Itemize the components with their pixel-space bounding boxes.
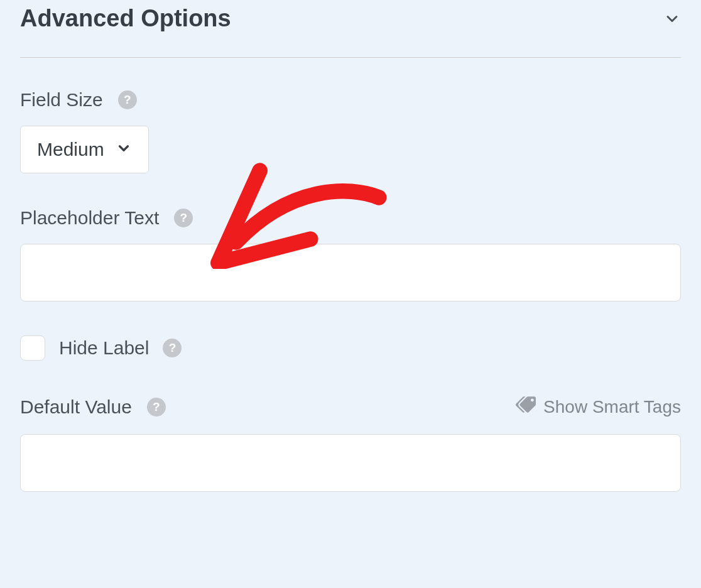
- field-size-label: Field Size: [20, 89, 103, 111]
- help-icon[interactable]: ?: [118, 90, 137, 109]
- help-icon[interactable]: ?: [163, 339, 182, 357]
- chevron-down-icon: [116, 140, 132, 159]
- default-value-label: Default Value: [20, 396, 132, 418]
- field-size-group: Field Size ? Medium: [20, 89, 681, 173]
- field-size-value: Medium: [37, 139, 104, 160]
- advanced-options-body: Field Size ? Medium Placeholder Text ? H…: [20, 58, 681, 492]
- advanced-options-header[interactable]: Advanced Options: [20, 0, 681, 58]
- hide-label-label: Hide Label: [59, 337, 149, 359]
- chevron-down-icon: [663, 10, 681, 28]
- placeholder-text-input[interactable]: [20, 244, 681, 302]
- default-value-group: Default Value ? Show Smart Tags: [20, 395, 681, 492]
- smart-tags-label: Show Smart Tags: [543, 397, 681, 417]
- help-icon[interactable]: ?: [147, 398, 166, 416]
- help-icon[interactable]: ?: [174, 209, 193, 227]
- section-title: Advanced Options: [20, 5, 231, 32]
- default-value-input[interactable]: [20, 434, 681, 492]
- hide-label-checkbox[interactable]: [20, 335, 45, 361]
- tags-icon: [516, 395, 536, 419]
- placeholder-text-group: Placeholder Text ?: [20, 207, 681, 302]
- show-smart-tags-link[interactable]: Show Smart Tags: [516, 395, 681, 419]
- field-size-select[interactable]: Medium: [20, 126, 149, 173]
- hide-label-group: Hide Label ?: [20, 335, 681, 361]
- placeholder-text-label: Placeholder Text: [20, 207, 159, 229]
